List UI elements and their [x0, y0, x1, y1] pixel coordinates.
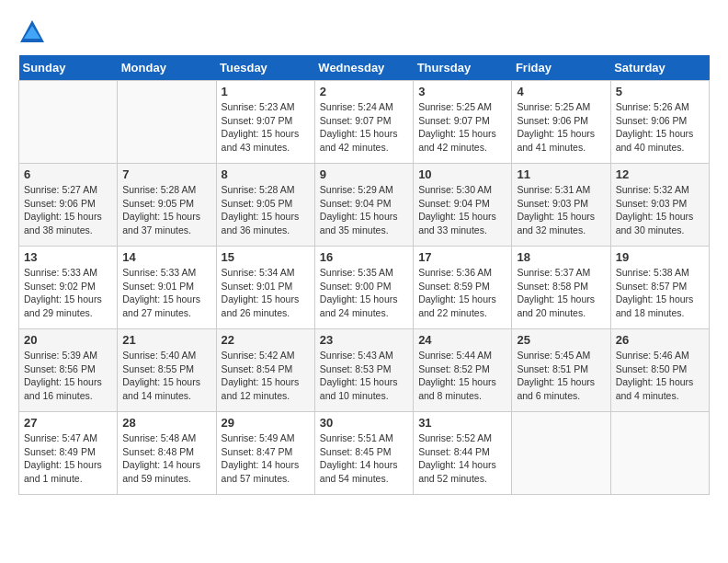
day-number: 4: [517, 85, 605, 98]
day-number: 16: [320, 250, 408, 264]
calendar-cell: 31Sunrise: 5:52 AM Sunset: 8:44 PM Dayli…: [414, 412, 512, 495]
calendar-cell: 15Sunrise: 5:34 AM Sunset: 9:01 PM Dayli…: [216, 247, 314, 329]
day-info: Sunrise: 5:27 AM Sunset: 9:06 PM Dayligh…: [24, 183, 112, 237]
day-info: Sunrise: 5:25 AM Sunset: 9:06 PM Dayligh…: [517, 100, 605, 155]
calendar-cell: 23Sunrise: 5:43 AM Sunset: 8:53 PM Dayli…: [314, 329, 413, 412]
day-info: Sunrise: 5:39 AM Sunset: 8:56 PM Dayligh…: [24, 349, 112, 403]
calendar-cell: 13Sunrise: 5:33 AM Sunset: 9:02 PM Dayli…: [19, 247, 118, 329]
calendar-week-2: 6Sunrise: 5:27 AM Sunset: 9:06 PM Daylig…: [19, 164, 710, 247]
day-number: 9: [320, 167, 408, 181]
calendar-cell: [610, 412, 709, 495]
calendar-cell: 30Sunrise: 5:51 AM Sunset: 8:45 PM Dayli…: [314, 412, 413, 495]
day-number: 19: [616, 250, 704, 264]
calendar-cell: 11Sunrise: 5:31 AM Sunset: 9:03 PM Dayli…: [512, 164, 610, 247]
calendar-cell: 7Sunrise: 5:28 AM Sunset: 9:05 PM Daylig…: [118, 164, 216, 247]
day-info: Sunrise: 5:32 AM Sunset: 9:03 PM Dayligh…: [616, 183, 704, 237]
day-number: 2: [320, 85, 408, 98]
calendar-cell: 29Sunrise: 5:49 AM Sunset: 8:47 PM Dayli…: [216, 412, 314, 495]
day-info: Sunrise: 5:38 AM Sunset: 8:57 PM Dayligh…: [616, 266, 704, 320]
day-number: 31: [418, 416, 506, 430]
day-info: Sunrise: 5:49 AM Sunset: 8:47 PM Dayligh…: [222, 431, 310, 486]
calendar-cell: 27Sunrise: 5:47 AM Sunset: 8:49 PM Dayli…: [19, 412, 118, 495]
calendar-week-4: 20Sunrise: 5:39 AM Sunset: 8:56 PM Dayli…: [19, 329, 710, 412]
day-number: 30: [320, 416, 408, 430]
calendar-cell: 4Sunrise: 5:25 AM Sunset: 9:06 PM Daylig…: [512, 81, 610, 164]
day-number: 18: [517, 250, 605, 264]
logo-icon: [18, 18, 46, 46]
day-number: 29: [222, 416, 310, 430]
day-number: 27: [24, 416, 112, 430]
day-number: 17: [418, 250, 506, 264]
calendar-cell: 2Sunrise: 5:24 AM Sunset: 9:07 PM Daylig…: [314, 81, 413, 164]
day-number: 20: [24, 333, 112, 347]
calendar-table: SundayMondayTuesdayWednesdayThursdayFrid…: [18, 55, 710, 495]
day-number: 7: [122, 167, 210, 181]
day-number: 21: [122, 333, 210, 347]
calendar-cell: 3Sunrise: 5:25 AM Sunset: 9:07 PM Daylig…: [414, 81, 512, 164]
day-info: Sunrise: 5:29 AM Sunset: 9:04 PM Dayligh…: [320, 183, 408, 237]
calendar-cell: 26Sunrise: 5:46 AM Sunset: 8:50 PM Dayli…: [610, 329, 709, 412]
day-info: Sunrise: 5:34 AM Sunset: 9:01 PM Dayligh…: [222, 266, 310, 320]
day-info: Sunrise: 5:45 AM Sunset: 8:51 PM Dayligh…: [517, 349, 605, 403]
calendar-cell: 22Sunrise: 5:42 AM Sunset: 8:54 PM Dayli…: [216, 329, 314, 412]
column-header-sunday: Sunday: [19, 55, 118, 81]
day-number: 26: [616, 333, 704, 347]
day-number: 6: [24, 167, 112, 181]
column-header-tuesday: Tuesday: [216, 55, 314, 81]
day-info: Sunrise: 5:28 AM Sunset: 9:05 PM Dayligh…: [222, 183, 310, 237]
logo: [18, 18, 50, 46]
day-info: Sunrise: 5:40 AM Sunset: 8:55 PM Dayligh…: [122, 349, 210, 403]
day-info: Sunrise: 5:37 AM Sunset: 8:58 PM Dayligh…: [517, 266, 605, 320]
day-info: Sunrise: 5:51 AM Sunset: 8:45 PM Dayligh…: [320, 431, 408, 486]
calendar-cell: 28Sunrise: 5:48 AM Sunset: 8:48 PM Dayli…: [118, 412, 216, 495]
day-number: 23: [320, 333, 408, 347]
day-number: 24: [418, 333, 506, 347]
calendar-cell: 9Sunrise: 5:29 AM Sunset: 9:04 PM Daylig…: [314, 164, 413, 247]
day-info: Sunrise: 5:42 AM Sunset: 8:54 PM Dayligh…: [222, 349, 310, 403]
day-info: Sunrise: 5:43 AM Sunset: 8:53 PM Dayligh…: [320, 349, 408, 403]
calendar-cell: 18Sunrise: 5:37 AM Sunset: 8:58 PM Dayli…: [512, 247, 610, 329]
calendar-cell: [19, 81, 118, 164]
calendar-cell: 12Sunrise: 5:32 AM Sunset: 9:03 PM Dayli…: [610, 164, 709, 247]
day-number: 8: [222, 167, 310, 181]
column-header-monday: Monday: [118, 55, 216, 81]
calendar-cell: 14Sunrise: 5:33 AM Sunset: 9:01 PM Dayli…: [118, 247, 216, 329]
day-number: 11: [517, 167, 605, 181]
calendar-cell: 19Sunrise: 5:38 AM Sunset: 8:57 PM Dayli…: [610, 247, 709, 329]
calendar-cell: 1Sunrise: 5:23 AM Sunset: 9:07 PM Daylig…: [216, 81, 314, 164]
column-header-thursday: Thursday: [414, 55, 512, 81]
calendar-week-5: 27Sunrise: 5:47 AM Sunset: 8:49 PM Dayli…: [19, 412, 710, 495]
day-info: Sunrise: 5:26 AM Sunset: 9:06 PM Dayligh…: [616, 100, 704, 155]
day-info: Sunrise: 5:24 AM Sunset: 9:07 PM Dayligh…: [320, 100, 408, 155]
day-info: Sunrise: 5:25 AM Sunset: 9:07 PM Dayligh…: [418, 100, 506, 155]
column-header-wednesday: Wednesday: [314, 55, 413, 81]
calendar-cell: 21Sunrise: 5:40 AM Sunset: 8:55 PM Dayli…: [118, 329, 216, 412]
day-number: 3: [418, 85, 506, 98]
day-number: 22: [222, 333, 310, 347]
page-header: [18, 18, 710, 46]
calendar-cell: 5Sunrise: 5:26 AM Sunset: 9:06 PM Daylig…: [610, 81, 709, 164]
day-info: Sunrise: 5:44 AM Sunset: 8:52 PM Dayligh…: [418, 349, 506, 403]
day-info: Sunrise: 5:28 AM Sunset: 9:05 PM Dayligh…: [122, 183, 210, 237]
calendar-cell: 17Sunrise: 5:36 AM Sunset: 8:59 PM Dayli…: [414, 247, 512, 329]
day-number: 1: [222, 85, 310, 98]
day-info: Sunrise: 5:48 AM Sunset: 8:48 PM Dayligh…: [122, 431, 210, 486]
calendar-week-3: 13Sunrise: 5:33 AM Sunset: 9:02 PM Dayli…: [19, 247, 710, 329]
day-info: Sunrise: 5:36 AM Sunset: 8:59 PM Dayligh…: [418, 266, 506, 320]
day-info: Sunrise: 5:47 AM Sunset: 8:49 PM Dayligh…: [24, 431, 112, 486]
calendar-cell: 24Sunrise: 5:44 AM Sunset: 8:52 PM Dayli…: [414, 329, 512, 412]
column-header-friday: Friday: [512, 55, 610, 81]
calendar-cell: 16Sunrise: 5:35 AM Sunset: 9:00 PM Dayli…: [314, 247, 413, 329]
calendar-cell: 8Sunrise: 5:28 AM Sunset: 9:05 PM Daylig…: [216, 164, 314, 247]
calendar-week-1: 1Sunrise: 5:23 AM Sunset: 9:07 PM Daylig…: [19, 81, 710, 164]
column-header-saturday: Saturday: [610, 55, 709, 81]
day-number: 10: [418, 167, 506, 181]
day-info: Sunrise: 5:35 AM Sunset: 9:00 PM Dayligh…: [320, 266, 408, 320]
day-number: 13: [24, 250, 112, 264]
day-number: 25: [517, 333, 605, 347]
day-number: 12: [616, 167, 704, 181]
day-info: Sunrise: 5:31 AM Sunset: 9:03 PM Dayligh…: [517, 183, 605, 237]
calendar-cell: [118, 81, 216, 164]
calendar-cell: 10Sunrise: 5:30 AM Sunset: 9:04 PM Dayli…: [414, 164, 512, 247]
day-info: Sunrise: 5:30 AM Sunset: 9:04 PM Dayligh…: [418, 183, 506, 237]
